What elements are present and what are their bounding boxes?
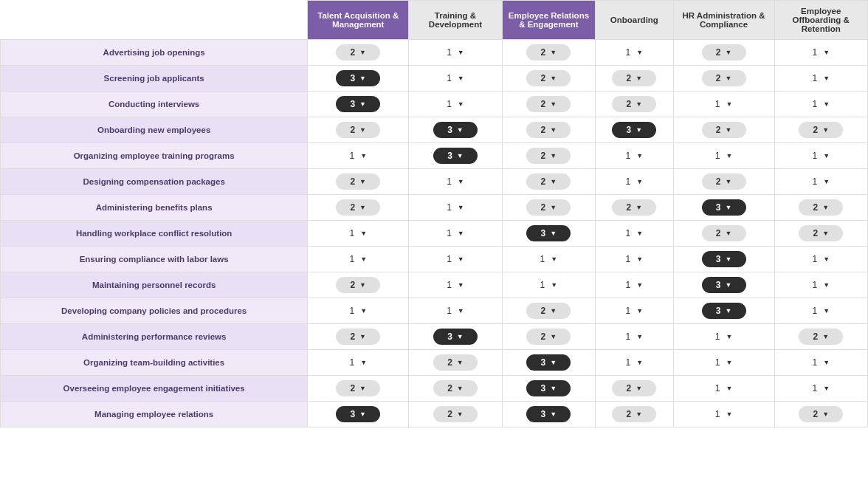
cell-offboarding[interactable]: 1 ▼	[774, 92, 868, 117]
cell-pill[interactable]: 3 ▼	[526, 406, 571, 422]
cell-onboarding[interactable]: 2 ▼	[596, 92, 673, 117]
cell-hradmin[interactable]: 2 ▼	[673, 66, 774, 92]
cell-pill[interactable]: 2 ▼	[526, 173, 571, 190]
cell-offboarding[interactable]: 2 ▼	[774, 117, 868, 143]
cell-offboarding[interactable]: 1 ▼	[774, 272, 868, 298]
cell-offboarding[interactable]: 1 ▼	[774, 66, 868, 92]
cell-pill[interactable]: 3 ▼	[433, 122, 478, 138]
cell-training[interactable]: 3 ▼	[409, 143, 502, 169]
cell-pill[interactable]: 3 ▼	[336, 96, 380, 112]
dropdown-chevron[interactable]: ▼	[636, 178, 643, 185]
dropdown-chevron[interactable]: ▼	[458, 255, 464, 263]
cell-hradmin[interactable]: 1 ▼	[673, 350, 774, 376]
cell-employee[interactable]: 3 ▼	[502, 221, 595, 247]
dropdown-chevron[interactable]: ▼	[726, 359, 732, 366]
cell-talent[interactable]: 3 ▼	[308, 402, 409, 427]
cell-offboarding[interactable]: 1 ▼	[774, 376, 868, 402]
cell-pill[interactable]: 2 ▼	[702, 122, 746, 138]
cell-hradmin[interactable]: 3 ▼	[673, 272, 774, 298]
cell-talent[interactable]: 2 ▼	[308, 195, 409, 221]
cell-onboarding[interactable]: 1 ▼	[596, 324, 673, 350]
cell-talent[interactable]: 1 ▼	[308, 247, 409, 272]
cell-hradmin[interactable]: 2 ▼	[673, 117, 774, 143]
cell-onboarding[interactable]: 1 ▼	[596, 247, 673, 272]
cell-pill[interactable]: 2 ▼	[799, 329, 843, 345]
cell-pill[interactable]: 3 ▼	[526, 225, 571, 241]
cell-training[interactable]: 3 ▼	[409, 324, 502, 350]
cell-hradmin[interactable]: 3 ▼	[673, 247, 774, 272]
cell-training[interactable]: 2 ▼	[409, 402, 502, 427]
cell-employee[interactable]: 2 ▼	[502, 324, 595, 350]
cell-pill[interactable]: 2 ▼	[526, 148, 571, 164]
cell-onboarding[interactable]: 1 ▼	[596, 350, 673, 376]
dropdown-chevron[interactable]: ▼	[823, 152, 830, 159]
cell-offboarding[interactable]: 2 ▼	[774, 324, 868, 350]
cell-employee[interactable]: 3 ▼	[502, 350, 595, 376]
cell-hradmin[interactable]: 1 ▼	[673, 324, 774, 350]
cell-pill[interactable]: 2 ▼	[526, 122, 571, 138]
dropdown-chevron[interactable]: ▼	[458, 178, 464, 185]
cell-hradmin[interactable]: 2 ▼	[673, 221, 774, 247]
cell-hradmin[interactable]: 1 ▼	[673, 143, 774, 169]
cell-training[interactable]: 1 ▼	[409, 40, 502, 66]
cell-offboarding[interactable]: 2 ▼	[774, 195, 868, 221]
cell-onboarding[interactable]: 1 ▼	[596, 272, 673, 298]
cell-talent[interactable]: 1 ▼	[308, 350, 409, 376]
cell-talent[interactable]: 2 ▼	[308, 376, 409, 402]
cell-pill[interactable]: 2 ▼	[526, 199, 571, 216]
cell-pill[interactable]: 3 ▼	[433, 329, 478, 345]
cell-talent[interactable]: 3 ▼	[308, 66, 409, 92]
cell-pill[interactable]: 2 ▼	[702, 173, 746, 190]
cell-pill[interactable]: 2 ▼	[336, 277, 380, 293]
cell-hradmin[interactable]: 1 ▼	[673, 402, 774, 427]
cell-employee[interactable]: 2 ▼	[502, 117, 595, 143]
cell-pill[interactable]: 2 ▼	[336, 122, 380, 138]
cell-talent[interactable]: 2 ▼	[308, 40, 409, 66]
cell-pill[interactable]: 2 ▼	[702, 225, 746, 241]
dropdown-chevron[interactable]: ▼	[726, 152, 732, 159]
dropdown-chevron[interactable]: ▼	[360, 230, 367, 237]
cell-hradmin[interactable]: 2 ▼	[673, 169, 774, 195]
dropdown-chevron[interactable]: ▼	[823, 359, 830, 366]
cell-pill[interactable]: 2 ▼	[526, 70, 571, 86]
cell-training[interactable]: 1 ▼	[409, 195, 502, 221]
dropdown-chevron[interactable]: ▼	[823, 255, 830, 263]
cell-pill[interactable]: 2 ▼	[702, 44, 746, 61]
cell-pill[interactable]: 3 ▼	[612, 122, 656, 138]
dropdown-chevron[interactable]: ▼	[726, 410, 732, 418]
dropdown-chevron[interactable]: ▼	[636, 307, 643, 315]
cell-pill[interactable]: 2 ▼	[612, 199, 656, 216]
cell-pill[interactable]: 2 ▼	[799, 122, 843, 138]
cell-training[interactable]: 1 ▼	[409, 272, 502, 298]
cell-hradmin[interactable]: 2 ▼	[673, 40, 774, 66]
cell-pill[interactable]: 2 ▼	[336, 199, 380, 216]
cell-talent[interactable]: 1 ▼	[308, 221, 409, 247]
cell-pill[interactable]: 3 ▼	[336, 406, 380, 422]
dropdown-chevron[interactable]: ▼	[458, 75, 464, 82]
cell-onboarding[interactable]: 2 ▼	[596, 376, 673, 402]
cell-hradmin[interactable]: 3 ▼	[673, 298, 774, 324]
dropdown-chevron[interactable]: ▼	[360, 255, 367, 263]
cell-hradmin[interactable]: 1 ▼	[673, 376, 774, 402]
dropdown-chevron[interactable]: ▼	[636, 152, 643, 159]
dropdown-chevron[interactable]: ▼	[636, 49, 643, 56]
dropdown-chevron[interactable]: ▼	[823, 385, 830, 392]
cell-talent[interactable]: 2 ▼	[308, 324, 409, 350]
cell-training[interactable]: 1 ▼	[409, 247, 502, 272]
dropdown-chevron[interactable]: ▼	[551, 255, 557, 263]
cell-talent[interactable]: 3 ▼	[308, 92, 409, 117]
dropdown-chevron[interactable]: ▼	[360, 359, 367, 366]
cell-pill[interactable]: 2 ▼	[612, 380, 656, 396]
cell-pill[interactable]: 2 ▼	[336, 329, 380, 345]
dropdown-chevron[interactable]: ▼	[458, 204, 464, 211]
cell-training[interactable]: 3 ▼	[409, 117, 502, 143]
dropdown-chevron[interactable]: ▼	[458, 230, 464, 237]
cell-offboarding[interactable]: 2 ▼	[774, 221, 868, 247]
cell-training[interactable]: 1 ▼	[409, 221, 502, 247]
cell-talent[interactable]: 1 ▼	[308, 143, 409, 169]
dropdown-chevron[interactable]: ▼	[823, 178, 830, 185]
cell-pill[interactable]: 2 ▼	[612, 406, 656, 422]
cell-onboarding[interactable]: 2 ▼	[596, 66, 673, 92]
cell-offboarding[interactable]: 1 ▼	[774, 40, 868, 66]
cell-onboarding[interactable]: 1 ▼	[596, 40, 673, 66]
